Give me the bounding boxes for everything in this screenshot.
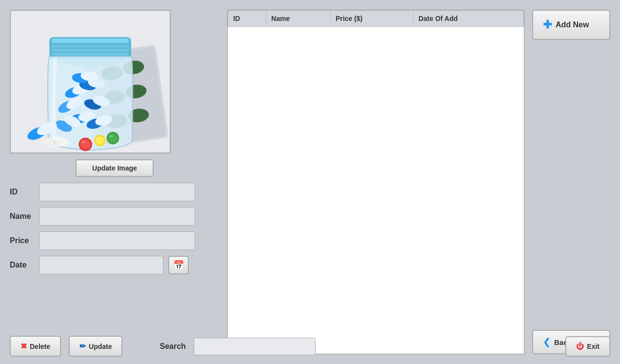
update-button[interactable]: ✏ Update <box>69 336 122 357</box>
date-row: Date 📅 <box>10 256 220 274</box>
delete-icon: ✖ <box>20 342 27 351</box>
svg-rect-13 <box>52 47 129 49</box>
pencil-icon: ✏ <box>80 342 86 351</box>
search-label: Search <box>160 342 185 351</box>
table-header-row: ID Name Price ($) Date Of Add <box>228 11 524 27</box>
price-row: Price <box>10 231 220 250</box>
col-price: Price ($) <box>330 11 413 27</box>
price-input[interactable] <box>39 231 195 250</box>
table-header: ID Name Price ($) Date Of Add <box>228 11 524 27</box>
middle-panel: ID Name Price ($) Date Of Add <box>227 10 524 354</box>
calendar-button[interactable]: 📅 <box>168 256 189 274</box>
search-input[interactable] <box>194 338 316 355</box>
calendar-icon: 📅 <box>173 260 184 270</box>
date-input[interactable] <box>39 256 163 274</box>
update-label: Update <box>89 343 112 350</box>
price-label: Price <box>10 236 34 245</box>
main-container: Update Image ID Name Price Date 📅 <box>0 0 620 364</box>
svg-point-38 <box>96 137 100 140</box>
svg-point-41 <box>109 135 113 137</box>
date-label: Date <box>10 261 34 269</box>
power-icon: ⏻ <box>576 342 584 351</box>
name-label: Name <box>10 212 34 221</box>
data-table-wrapper: ID Name Price ($) Date Of Add <box>227 10 524 354</box>
col-id: ID <box>228 11 266 27</box>
right-panel: ✚ Add New ❮ Back <box>532 10 610 354</box>
delete-button[interactable]: ✖ Delete <box>10 336 61 357</box>
name-input[interactable] <box>39 207 195 226</box>
svg-point-40 <box>108 134 117 143</box>
svg-rect-11 <box>52 38 129 42</box>
col-date-of-add: Date Of Add <box>413 11 523 27</box>
name-row: Name <box>10 207 220 226</box>
id-label: ID <box>10 188 34 196</box>
medicine-image-container <box>10 10 171 153</box>
col-name: Name <box>266 11 331 27</box>
add-new-label: Add New <box>556 20 589 29</box>
exit-button[interactable]: ⏻ Exit <box>565 336 610 357</box>
svg-rect-14 <box>52 51 129 53</box>
data-table: ID Name Price ($) Date Of Add <box>228 10 524 27</box>
delete-label: Delete <box>30 343 50 350</box>
svg-rect-12 <box>52 43 129 45</box>
bottom-bar: ✖ Delete ✏ Update Search <box>10 336 610 357</box>
update-image-button[interactable]: Update Image <box>76 159 154 177</box>
left-panel: Update Image ID Name Price Date 📅 <box>10 10 220 354</box>
id-row: ID <box>10 183 220 201</box>
exit-label: Exit <box>587 343 600 350</box>
add-new-button[interactable]: ✚ Add New <box>532 10 610 40</box>
svg-point-35 <box>80 140 85 143</box>
id-input[interactable] <box>39 183 195 201</box>
plus-icon: ✚ <box>543 19 552 31</box>
